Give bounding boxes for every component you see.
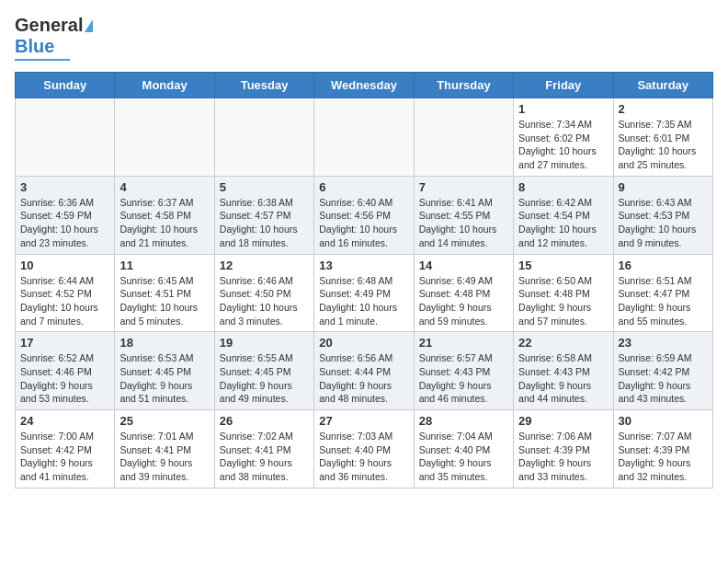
day-info: Sunrise: 6:48 AMSunset: 4:49 PMDaylight:… (319, 274, 408, 328)
day-header-thursday: Thursday (414, 73, 513, 98)
day-number: 3 (20, 180, 109, 194)
day-number: 1 (518, 102, 608, 116)
day-info: Sunrise: 6:38 AMSunset: 4:57 PMDaylight:… (220, 196, 309, 250)
calendar-cell: 29Sunrise: 7:06 AMSunset: 4:39 PMDayligh… (514, 410, 613, 488)
calendar-cell: 9Sunrise: 6:43 AMSunset: 4:53 PMDaylight… (613, 176, 712, 254)
day-number: 21 (419, 336, 508, 350)
day-number: 13 (319, 259, 408, 272)
calendar-cell: 27Sunrise: 7:03 AMSunset: 4:40 PMDayligh… (314, 410, 414, 488)
day-info: Sunrise: 6:43 AMSunset: 4:53 PMDaylight:… (619, 196, 708, 250)
day-number: 15 (518, 259, 608, 272)
day-number: 9 (619, 180, 708, 194)
day-number: 16 (619, 259, 708, 272)
day-info: Sunrise: 6:57 AMSunset: 4:43 PMDaylight:… (419, 351, 508, 406)
day-info: Sunrise: 6:51 AMSunset: 4:47 PMDaylight:… (619, 274, 708, 328)
day-info: Sunrise: 6:56 AMSunset: 4:44 PMDaylight:… (319, 351, 408, 406)
day-info: Sunrise: 6:59 AMSunset: 4:42 PMDaylight:… (619, 351, 708, 406)
day-info: Sunrise: 7:03 AMSunset: 4:40 PMDaylight:… (319, 430, 408, 484)
calendar-cell: 6Sunrise: 6:40 AMSunset: 4:56 PMDaylight… (314, 176, 414, 254)
calendar-cell: 4Sunrise: 6:37 AMSunset: 4:58 PMDaylight… (115, 176, 214, 254)
calendar-cell: 25Sunrise: 7:01 AMSunset: 4:41 PMDayligh… (115, 410, 214, 488)
day-number: 6 (319, 180, 408, 194)
day-info: Sunrise: 7:00 AMSunset: 4:42 PMDaylight:… (20, 430, 109, 484)
day-header-monday: Monday (115, 73, 214, 98)
page-header: General Blue (15, 15, 713, 61)
day-number: 8 (518, 180, 608, 194)
day-header-wednesday: Wednesday (314, 73, 414, 98)
day-number: 29 (518, 414, 608, 428)
day-header-saturday: Saturday (613, 73, 712, 98)
day-number: 24 (20, 414, 109, 428)
calendar-cell: 21Sunrise: 6:57 AMSunset: 4:43 PMDayligh… (414, 332, 513, 410)
calendar-cell: 2Sunrise: 7:35 AMSunset: 6:01 PMDaylight… (613, 98, 712, 177)
day-number: 4 (119, 180, 209, 194)
calendar-week-row: 3Sunrise: 6:36 AMSunset: 4:59 PMDaylight… (16, 176, 713, 254)
day-info: Sunrise: 6:37 AMSunset: 4:58 PMDaylight:… (119, 196, 209, 250)
day-number: 22 (518, 336, 608, 350)
calendar-cell (115, 98, 214, 177)
day-info: Sunrise: 7:06 AMSunset: 4:39 PMDaylight:… (518, 430, 608, 484)
calendar-cell: 13Sunrise: 6:48 AMSunset: 4:49 PMDayligh… (314, 254, 414, 332)
day-info: Sunrise: 7:35 AMSunset: 6:01 PMDaylight:… (619, 118, 708, 172)
day-info: Sunrise: 7:02 AMSunset: 4:41 PMDaylight:… (220, 430, 309, 484)
day-number: 25 (119, 414, 209, 428)
day-info: Sunrise: 7:07 AMSunset: 4:39 PMDaylight:… (619, 430, 708, 484)
day-info: Sunrise: 7:04 AMSunset: 4:40 PMDaylight:… (419, 430, 508, 484)
day-info: Sunrise: 6:40 AMSunset: 4:56 PMDaylight:… (319, 196, 408, 250)
calendar-cell (314, 98, 414, 177)
day-number: 2 (619, 102, 708, 116)
calendar-cell: 8Sunrise: 6:42 AMSunset: 4:54 PMDaylight… (514, 176, 613, 254)
calendar-cell (414, 98, 513, 177)
day-number: 19 (220, 336, 309, 350)
calendar-cell: 12Sunrise: 6:46 AMSunset: 4:50 PMDayligh… (214, 254, 313, 332)
calendar-cell: 28Sunrise: 7:04 AMSunset: 4:40 PMDayligh… (414, 410, 513, 488)
calendar-cell: 24Sunrise: 7:00 AMSunset: 4:42 PMDayligh… (16, 410, 115, 488)
day-info: Sunrise: 6:58 AMSunset: 4:43 PMDaylight:… (518, 351, 608, 406)
calendar-cell: 10Sunrise: 6:44 AMSunset: 4:52 PMDayligh… (16, 254, 115, 332)
calendar-week-row: 10Sunrise: 6:44 AMSunset: 4:52 PMDayligh… (16, 254, 713, 332)
day-info: Sunrise: 6:52 AMSunset: 4:46 PMDaylight:… (20, 351, 109, 406)
calendar-cell: 1Sunrise: 7:34 AMSunset: 6:02 PMDaylight… (514, 98, 613, 177)
day-info: Sunrise: 6:49 AMSunset: 4:48 PMDaylight:… (419, 274, 508, 328)
day-number: 14 (419, 259, 508, 272)
day-number: 5 (220, 180, 309, 194)
day-info: Sunrise: 6:36 AMSunset: 4:59 PMDaylight:… (20, 196, 109, 250)
day-info: Sunrise: 7:01 AMSunset: 4:41 PMDaylight:… (119, 430, 209, 484)
calendar-cell: 16Sunrise: 6:51 AMSunset: 4:47 PMDayligh… (613, 254, 712, 332)
day-info: Sunrise: 6:53 AMSunset: 4:45 PMDaylight:… (119, 351, 209, 406)
day-info: Sunrise: 6:55 AMSunset: 4:45 PMDaylight:… (220, 351, 309, 406)
day-number: 27 (319, 414, 408, 428)
calendar-cell: 3Sunrise: 6:36 AMSunset: 4:59 PMDaylight… (16, 176, 115, 254)
day-number: 23 (619, 336, 708, 350)
calendar-cell: 15Sunrise: 6:50 AMSunset: 4:48 PMDayligh… (514, 254, 613, 332)
day-info: Sunrise: 6:41 AMSunset: 4:55 PMDaylight:… (419, 196, 508, 250)
day-info: Sunrise: 6:50 AMSunset: 4:48 PMDaylight:… (518, 274, 608, 328)
day-info: Sunrise: 7:34 AMSunset: 6:02 PMDaylight:… (518, 118, 608, 172)
logo-underline (15, 59, 70, 61)
calendar-cell (16, 98, 115, 177)
calendar-week-row: 1Sunrise: 7:34 AMSunset: 6:02 PMDaylight… (16, 98, 713, 177)
day-info: Sunrise: 6:42 AMSunset: 4:54 PMDaylight:… (518, 196, 608, 250)
day-number: 18 (119, 336, 209, 350)
calendar-cell: 22Sunrise: 6:58 AMSunset: 4:43 PMDayligh… (514, 332, 613, 410)
day-number: 12 (220, 259, 309, 272)
calendar-table: SundayMondayTuesdayWednesdayThursdayFrid… (15, 72, 713, 488)
calendar-cell: 20Sunrise: 6:56 AMSunset: 4:44 PMDayligh… (314, 332, 414, 410)
calendar-cell: 5Sunrise: 6:38 AMSunset: 4:57 PMDaylight… (214, 176, 313, 254)
calendar-cell: 23Sunrise: 6:59 AMSunset: 4:42 PMDayligh… (613, 332, 712, 410)
day-number: 30 (619, 414, 708, 428)
calendar-cell: 30Sunrise: 7:07 AMSunset: 4:39 PMDayligh… (613, 410, 712, 488)
calendar-cell (214, 98, 313, 177)
calendar-cell: 19Sunrise: 6:55 AMSunset: 4:45 PMDayligh… (214, 332, 313, 410)
day-number: 7 (419, 180, 508, 194)
logo: General Blue (15, 15, 93, 61)
logo-text-blue: Blue (15, 36, 54, 57)
calendar-header-row: SundayMondayTuesdayWednesdayThursdayFrid… (16, 73, 713, 98)
day-header-sunday: Sunday (16, 73, 115, 98)
day-number: 20 (319, 336, 408, 350)
calendar-cell: 7Sunrise: 6:41 AMSunset: 4:55 PMDaylight… (414, 176, 513, 254)
calendar-cell: 11Sunrise: 6:45 AMSunset: 4:51 PMDayligh… (115, 254, 214, 332)
day-header-friday: Friday (514, 73, 613, 98)
calendar-cell: 18Sunrise: 6:53 AMSunset: 4:45 PMDayligh… (115, 332, 214, 410)
calendar-week-row: 24Sunrise: 7:00 AMSunset: 4:42 PMDayligh… (16, 410, 713, 488)
